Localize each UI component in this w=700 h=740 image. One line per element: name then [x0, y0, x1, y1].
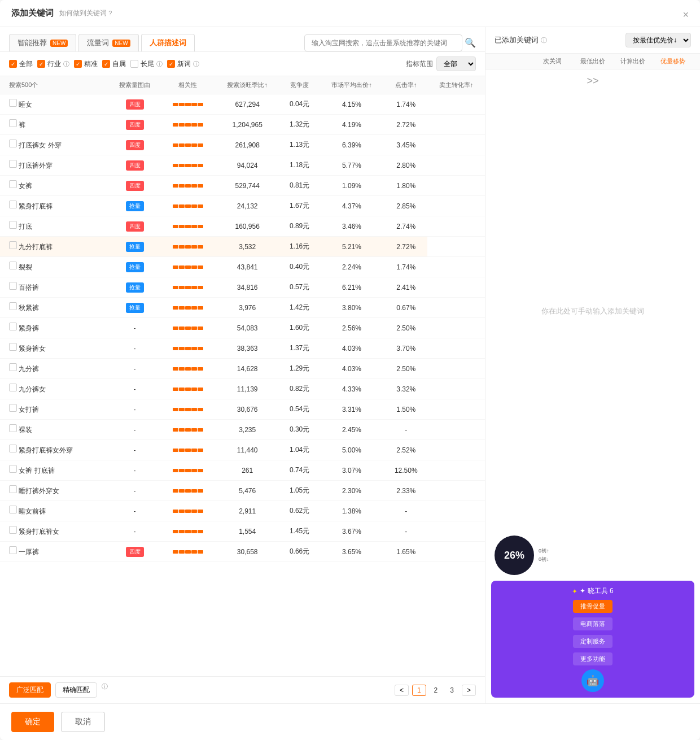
keyword-avgprice: 0.40元 — [281, 257, 318, 277]
metric-select[interactable]: 全部 高 中 低 — [436, 56, 476, 71]
checkbox-newword[interactable]: ✓ — [167, 60, 175, 68]
side-tool-robot-icon[interactable]: 🤖 — [581, 669, 604, 692]
row-checkbox[interactable] — [9, 526, 17, 534]
keyword-avgprice: 1.42元 — [281, 298, 318, 318]
checkbox-capture[interactable]: ✓ — [74, 60, 82, 68]
tab-manual[interactable]: 人群描述词 — [141, 34, 195, 51]
arrow-forward[interactable]: >> — [485, 69, 700, 93]
checkbox-custom[interactable]: ✓ — [102, 60, 110, 68]
match-info-icon[interactable]: ⓘ — [102, 682, 108, 698]
filter-longtail-info[interactable]: ⓘ — [156, 60, 163, 68]
row-checkbox[interactable] — [9, 323, 17, 330]
close-button[interactable]: × — [683, 9, 689, 21]
keyword-cvr: 2.52% — [385, 440, 427, 460]
keyword-text: 九分打底裤 — [17, 243, 53, 251]
row-checkbox[interactable] — [9, 262, 17, 269]
table-row: 九分裤女-11,1390.82元4.33%3.32% — [0, 379, 485, 399]
float-dot1: 0初↑ — [539, 547, 549, 555]
keyword-table: 搜索500个 搜索量围由 相关性 搜索淡旺季比↑ 竞争度 市场平均出价↑ 点击率… — [0, 76, 485, 562]
row-checkbox[interactable] — [9, 445, 17, 452]
keyword-cvr: 2.33% — [385, 481, 427, 501]
row-checkbox[interactable] — [9, 424, 17, 432]
side-tool-btn3[interactable]: 定制服务 — [573, 635, 613, 648]
table-row: 睡女四度627,2940.04元4.15%1.74% — [0, 94, 485, 115]
side-tool-btn1[interactable]: 推骨促量 — [573, 600, 613, 613]
keyword-search-input[interactable] — [304, 34, 462, 51]
right-title-info[interactable]: ⓘ — [541, 36, 547, 45]
keyword-avgprice: 1.16元 — [281, 237, 318, 257]
next-page-btn[interactable]: > — [462, 685, 476, 696]
row-checkbox[interactable] — [9, 140, 17, 147]
keyword-volume: 3,235 — [214, 420, 281, 440]
row-checkbox[interactable] — [9, 363, 17, 371]
cancel-button[interactable]: 取消 — [61, 712, 105, 732]
row-checkbox[interactable] — [9, 282, 17, 290]
table-row: 九分裤-14,6281.29元4.03%2.50% — [0, 359, 485, 379]
keyword-cvr: - — [385, 521, 427, 542]
keyword-rating — [161, 481, 214, 501]
keyword-tag: 抢量 — [108, 257, 161, 277]
checkbox-all[interactable]: ✓ — [9, 60, 17, 68]
keyword-tag: - — [108, 338, 161, 359]
modal-subtitle: 如何做到关键词 ? — [59, 8, 112, 18]
keyword-text: 裸装 — [17, 426, 32, 434]
keyword-cvr: 12.50% — [385, 460, 427, 481]
checkbox-env[interactable]: ✓ — [37, 60, 45, 68]
table-row: 裤四度1,204,9651.32元4.19%2.72% — [0, 115, 485, 135]
keyword-tag: 四度 — [108, 176, 161, 196]
keyword-ctr: 5.77% — [318, 155, 385, 176]
prev-page-btn[interactable]: < — [395, 685, 409, 696]
row-checkbox[interactable] — [9, 485, 17, 493]
keyword-avgprice: 1.60元 — [281, 318, 318, 338]
keyword-tag: 四度 — [108, 155, 161, 176]
keyword-cvr: 2.74% — [385, 216, 427, 237]
keyword-tag: 四度 — [108, 216, 161, 237]
subtitle-info-icon[interactable]: ? — [108, 10, 112, 16]
keyword-avgprice: 1.37元 — [281, 338, 318, 359]
float-percent: 26% — [504, 550, 524, 561]
row-checkbox[interactable] — [9, 180, 17, 188]
side-tool-btn2[interactable]: 电商落落 — [573, 617, 613, 630]
row-checkbox[interactable] — [9, 241, 17, 249]
row-checkbox[interactable] — [9, 404, 17, 412]
row-checkbox[interactable] — [9, 221, 17, 229]
phrase-match-btn[interactable]: 精确匹配 — [55, 682, 97, 698]
row-checkbox[interactable] — [9, 506, 17, 513]
tab-flow[interactable]: 流量词 NEW — [78, 34, 138, 51]
row-checkbox[interactable] — [9, 201, 17, 208]
keyword-cvr: 2.41% — [385, 277, 427, 298]
keyword-avgprice: 1.04元 — [281, 440, 318, 460]
row-checkbox[interactable] — [9, 343, 17, 351]
keyword-table-body: 睡女四度627,2940.04元4.15%1.74% 裤四度1,204,9651… — [0, 94, 485, 562]
page-1[interactable]: 1 — [412, 685, 426, 696]
keyword-cvr: 1.65% — [385, 542, 427, 562]
tab-smart[interactable]: 智能推荐 NEW — [9, 34, 76, 51]
page-3[interactable]: 3 — [445, 685, 458, 695]
keyword-avgprice: 0.82元 — [281, 379, 318, 399]
keyword-avgprice: 0.66元 — [281, 542, 318, 562]
row-checkbox[interactable] — [9, 384, 17, 391]
keyword-rating — [161, 521, 214, 542]
row-checkbox[interactable] — [9, 119, 17, 127]
page-2[interactable]: 2 — [430, 685, 443, 695]
row-checkbox[interactable] — [9, 302, 17, 310]
right-col-header: 次关词 最低出价 计算出价 优量移势 — [485, 54, 700, 69]
sort-select[interactable]: 按最佳优先价↓ 按出价升序 — [625, 33, 691, 47]
checkbox-longtail[interactable] — [130, 60, 138, 68]
keyword-rating — [161, 155, 214, 176]
modal-body: 智能推荐 NEW 流量词 NEW 人群描述词 🔍 — [0, 27, 700, 703]
row-checkbox[interactable] — [9, 160, 17, 168]
filter-newword-info[interactable]: ⓘ — [193, 60, 199, 68]
confirm-button[interactable]: 确定 — [11, 712, 54, 732]
row-checkbox[interactable] — [9, 465, 17, 473]
keyword-avgprice: 1.32元 — [281, 115, 318, 135]
row-checkbox[interactable] — [9, 546, 17, 554]
filter-env-info[interactable]: ⓘ — [63, 60, 69, 68]
keyword-ctr: 6.39% — [318, 135, 385, 155]
side-tool-btn4[interactable]: 更多功能 — [573, 652, 613, 665]
keyword-text: 女裤 — [17, 182, 32, 190]
search-button[interactable]: 🔍 — [465, 37, 476, 48]
rcol-minprice: 最低出价 — [572, 57, 613, 66]
row-checkbox[interactable] — [9, 99, 17, 107]
broad-match-btn[interactable]: 广泛匹配 — [9, 682, 51, 698]
